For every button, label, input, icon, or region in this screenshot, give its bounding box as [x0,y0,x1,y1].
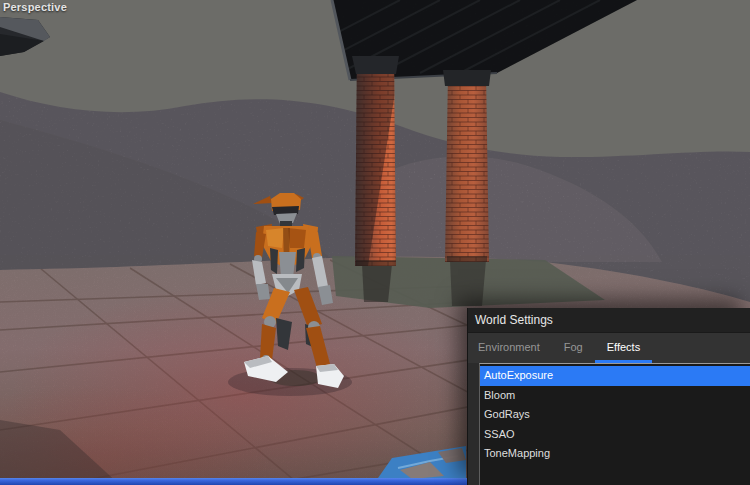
editor-viewport[interactable]: Perspective World Settings Environment F… [0,0,750,485]
effects-list-item-godrays[interactable]: GodRays [480,405,750,425]
panel-title-bar[interactable]: World Settings [468,308,750,333]
tab-environment[interactable]: Environment [468,333,552,363]
viewport-focus-bar [0,478,467,485]
world-settings-panel: World Settings Environment Fog Effects A… [467,308,750,485]
effects-listbox: AutoExposure Bloom GodRays SSAO ToneMapp… [479,363,750,485]
effects-list-item-tonemapping[interactable]: ToneMapping [480,444,750,464]
camera-mode-label[interactable]: Perspective [3,1,67,13]
effects-list-item-bloom[interactable]: Bloom [480,386,750,406]
brick-pillar-right[interactable] [443,70,491,264]
effects-list-item-autoexposure[interactable]: AutoExposure [480,366,750,386]
panel-title: World Settings [475,313,553,327]
tab-fog[interactable]: Fog [552,333,595,363]
panel-tab-strip: Environment Fog Effects [468,333,750,363]
effects-list-item-ssao[interactable]: SSAO [480,425,750,445]
brick-pillar-left[interactable] [352,56,399,268]
tab-effects[interactable]: Effects [595,333,652,363]
